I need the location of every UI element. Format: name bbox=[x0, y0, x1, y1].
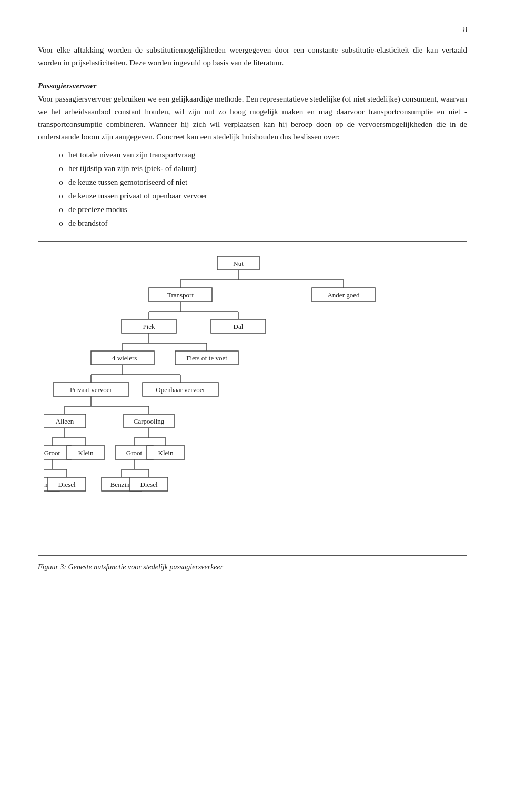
svg-text:Privaat vervoer: Privaat vervoer bbox=[70, 386, 112, 394]
node-alleen: Alleen bbox=[44, 414, 86, 428]
figure-caption: Figuur 3: Geneste nutsfunctie voor stede… bbox=[38, 563, 467, 572]
list-item: ode precieze modus bbox=[54, 203, 467, 216]
paragraph-2: Voor passagiersvervoer gebruiken we een … bbox=[38, 93, 467, 143]
node-fiets-voet: Fiets of te voet bbox=[175, 351, 238, 365]
svg-text:Klein: Klein bbox=[158, 449, 174, 457]
node-transport: Transport bbox=[149, 288, 212, 302]
node-diesel1: Diesel bbox=[48, 477, 86, 491]
node-klein2: Klein bbox=[147, 446, 185, 459]
svg-text:Klein: Klein bbox=[78, 449, 94, 457]
node-klein1: Klein bbox=[67, 446, 105, 459]
svg-text:Diesel: Diesel bbox=[58, 480, 76, 488]
section-heading: Passagiersvervoer bbox=[38, 82, 467, 91]
node-carpooling: Carpooling bbox=[124, 414, 174, 428]
svg-text:Nut: Nut bbox=[233, 259, 244, 267]
node-openbaar: Openbaar vervoer bbox=[143, 383, 218, 396]
svg-text:Diesel: Diesel bbox=[140, 480, 158, 488]
tree-diagram: .node rect { fill: #fff; stroke: #444; s… bbox=[38, 241, 467, 556]
paragraph-1: Voor elke aftakking worden de substituti… bbox=[38, 44, 467, 69]
node-nut: Nut bbox=[217, 256, 259, 270]
svg-text:Fiets of te voet: Fiets of te voet bbox=[186, 354, 227, 362]
node-privaat: Privaat vervoer bbox=[53, 383, 129, 396]
svg-text:Dal: Dal bbox=[234, 323, 244, 330]
svg-text:Groot: Groot bbox=[126, 449, 143, 457]
node-dal: Dal bbox=[211, 319, 266, 333]
list-item: ode keuze tussen privaat of openbaar ver… bbox=[54, 189, 467, 202]
bullet-char: o bbox=[54, 148, 68, 161]
bullet-list: ohet totale niveau van zijn transportvra… bbox=[54, 148, 467, 229]
list-item: ode keuze tussen gemotoriseerd of niet bbox=[54, 176, 467, 188]
page-number: 8 bbox=[38, 25, 467, 34]
list-item: ohet totale niveau van zijn transportvra… bbox=[54, 148, 467, 161]
list-item: ode brandstof bbox=[54, 217, 467, 229]
bullet-char: o bbox=[54, 189, 68, 202]
svg-text:Benzine: Benzine bbox=[110, 480, 133, 488]
node-piek: Piek bbox=[122, 319, 176, 333]
svg-text:Ander goed: Ander goed bbox=[327, 291, 360, 299]
svg-text:Alleen: Alleen bbox=[56, 417, 74, 425]
svg-text:Carpooling: Carpooling bbox=[134, 417, 165, 425]
node-vier-wielers: +4 wielers bbox=[91, 351, 154, 365]
svg-text:Groot: Groot bbox=[44, 449, 60, 457]
bullet-char: o bbox=[54, 176, 68, 188]
bullet-char: o bbox=[54, 217, 68, 229]
tree-svg: .node rect { fill: #fff; stroke: #444; s… bbox=[44, 251, 475, 546]
svg-text:Transport: Transport bbox=[167, 291, 194, 299]
node-diesel2: Diesel bbox=[130, 477, 168, 491]
bullet-char: o bbox=[54, 162, 68, 175]
svg-text:Openbaar vervoer: Openbaar vervoer bbox=[156, 386, 205, 394]
list-item: ohet tijdstip van zijn reis (piek- of da… bbox=[54, 162, 467, 175]
bullet-char: o bbox=[54, 203, 68, 216]
svg-text:+4 wielers: +4 wielers bbox=[108, 354, 137, 362]
node-ander-goed: Ander goed bbox=[312, 288, 375, 302]
svg-text:Piek: Piek bbox=[143, 323, 155, 330]
